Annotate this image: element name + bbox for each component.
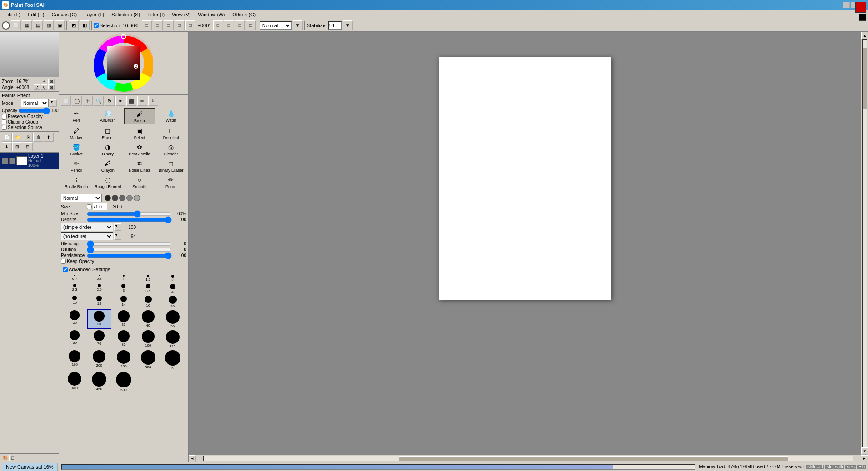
brush-size-cell-160[interactable]: 160 xyxy=(63,349,87,371)
select-rect-tool[interactable]: ⬜ xyxy=(61,96,71,106)
brush-size-cell-500[interactable]: 500 xyxy=(112,371,136,392)
color-dot-5[interactable] xyxy=(134,195,140,201)
color-dot-3[interactable] xyxy=(119,195,125,201)
mode-btn[interactable]: ▼ xyxy=(293,20,303,30)
layer-up-btn[interactable]: ⬆ xyxy=(44,133,54,142)
v-scroll-thumb[interactable] xyxy=(863,48,867,109)
brush-size-cell-4[interactable]: 4 xyxy=(160,283,185,294)
menu-canvas[interactable]: Canvas (C) xyxy=(48,11,81,18)
brush-size-cell-3[interactable]: 3 xyxy=(112,283,136,294)
paints-mode-select[interactable]: Normal Multiply xyxy=(21,99,49,107)
zoom-degree-btn-b[interactable]: □ xyxy=(224,20,234,30)
advanced-settings-checkbox[interactable] xyxy=(63,267,68,272)
brush-size-cell-14[interactable]: 14 xyxy=(112,295,136,309)
brush-size-cell-12[interactable]: 12 xyxy=(87,295,111,309)
selection-checkbox[interactable] xyxy=(94,23,99,28)
eraser-tool-cell[interactable]: ◻ Eraser xyxy=(93,125,124,141)
marker-tool-cell[interactable]: 🖊 Marker xyxy=(61,125,92,141)
zoom-btn-e[interactable]: □ xyxy=(185,20,195,30)
brush-size-cell-0.8[interactable]: 0.8 xyxy=(87,274,111,283)
zoom-fit-btn[interactable]: ⊡ xyxy=(48,79,55,84)
eyedropper-tool[interactable]: ✒ xyxy=(115,96,125,106)
brush-size-cell-0.7[interactable]: 0.7 xyxy=(63,274,87,283)
layer-mask-icon[interactable]: ◻ xyxy=(9,455,15,461)
shape-select[interactable]: (simple circle) circle xyxy=(61,223,113,231)
smooth-tool-cell[interactable]: ○ Smooth xyxy=(124,174,155,190)
selection-source-checkbox[interactable] xyxy=(2,125,7,130)
brush-size-cell-120[interactable]: 120 xyxy=(160,329,185,349)
preserve-opacity-checkbox[interactable] xyxy=(2,114,7,119)
menu-selection[interactable]: Selection (S) xyxy=(108,11,144,18)
pen-nav-tool[interactable]: ✏ xyxy=(137,96,147,106)
canvas-area[interactable] xyxy=(189,32,861,455)
zoom-degree-btn-a[interactable]: □ xyxy=(213,20,223,30)
menu-file[interactable]: File (F) xyxy=(1,11,24,18)
brush-size-cell-25[interactable]: 25 xyxy=(63,309,87,329)
color-wheel-container[interactable] xyxy=(94,34,153,93)
color-dot-2[interactable] xyxy=(112,195,118,201)
density-slider[interactable] xyxy=(87,218,172,222)
menu-layer[interactable]: Layer (L) xyxy=(80,11,108,18)
binary-eraser-tool-cell[interactable]: ◻ Binary Eraser xyxy=(156,158,187,174)
rough-blurred-tool-cell[interactable]: ◌ Rough Blurred xyxy=(93,174,124,190)
angle-cw-btn[interactable]: ↻ xyxy=(41,84,47,90)
menu-filter[interactable]: Filter (I) xyxy=(144,11,168,18)
pencil2-tool-cell[interactable]: ✏ Pencil xyxy=(156,174,187,190)
brush-tool-cell[interactable]: 🖌 Brush xyxy=(124,108,155,124)
color-dot-1[interactable] xyxy=(105,195,111,201)
deselect-tool-cell[interactable]: □ Deselect xyxy=(156,125,187,141)
toolbar-btn-4[interactable]: ▥ xyxy=(44,20,54,30)
v-scroll-down-btn[interactable]: ▼ xyxy=(861,447,868,455)
shape-select-btn[interactable]: ▼ xyxy=(114,223,121,231)
stabilizer-btn[interactable]: ▼ xyxy=(343,20,353,30)
minimize-button[interactable]: − xyxy=(843,2,850,8)
new-layer-btn[interactable]: 📄 xyxy=(2,133,12,142)
merge-layer-btn[interactable]: ⊞ xyxy=(12,142,22,151)
keep-opacity-checkbox[interactable] xyxy=(61,259,66,264)
min-size-slider[interactable] xyxy=(87,212,172,216)
pen-tool-cell[interactable]: ✒ Pen xyxy=(61,108,92,124)
blending-slider[interactable] xyxy=(87,242,172,246)
canvas-tab[interactable]: New Canvas.sai 16% xyxy=(2,463,58,471)
color-dot-4[interactable] xyxy=(126,195,133,201)
new-layer-set-btn[interactable]: 📁 xyxy=(12,133,22,142)
brush-size-cell-250[interactable]: 250 xyxy=(112,349,136,371)
toolbar-btn-3[interactable]: ▤ xyxy=(33,20,43,30)
brush-size-cell-16[interactable]: 16 xyxy=(136,295,160,309)
layer-down-btn[interactable]: ⬇ xyxy=(2,142,12,151)
brush-size-cell-60[interactable]: 60 xyxy=(63,329,87,349)
menu-view[interactable]: View (V) xyxy=(168,11,194,18)
brush-size-cell-350[interactable]: 350 xyxy=(160,349,185,371)
airbrush-tool-cell[interactable]: 💨 AirBrush xyxy=(93,108,124,124)
brush-blend-mode-select[interactable]: Normal Multiply Screen xyxy=(61,194,102,202)
binary-tool-cell[interactable]: ◑ Binary xyxy=(93,142,124,157)
h-scroll-right-btn[interactable]: ► xyxy=(861,455,868,462)
mode-select[interactable]: Normal Multiply Screen xyxy=(260,21,292,30)
h-scroll-thumb[interactable] xyxy=(399,456,788,461)
texture-select[interactable]: (no texture) grain xyxy=(61,232,113,240)
brush-size-cell-50[interactable]: 50 xyxy=(160,309,185,329)
toolbar-btn-1[interactable]: ⬜ xyxy=(11,20,21,30)
brush-size-cell-80[interactable]: 80 xyxy=(112,329,136,349)
flatten-btn[interactable]: ⊟ xyxy=(23,142,33,151)
angle-ccw-btn[interactable]: ↺ xyxy=(34,84,40,90)
bucket-tool-cell[interactable]: 🪣 Bucket xyxy=(61,142,92,157)
brush-size-cell-200[interactable]: 200 xyxy=(87,349,111,371)
blender-tool-cell[interactable]: ◎ Blender xyxy=(156,142,187,157)
zoom-in-tool[interactable]: 🔍 xyxy=(94,96,104,106)
brush-size-cell-450[interactable]: 450 xyxy=(87,371,111,392)
brush-size-cell-1.5[interactable]: 1.5 xyxy=(136,274,160,283)
brush-size-cell-400[interactable]: 400 xyxy=(63,371,87,392)
menu-window[interactable]: Window (W) xyxy=(194,11,229,18)
zoom-plus-btn[interactable]: + xyxy=(41,79,47,84)
zoom-btn-d[interactable]: □ xyxy=(175,20,185,30)
layer-item[interactable]: Layer 1 Normal 100% xyxy=(0,153,59,169)
zoom-degree-btn-c[interactable]: □ xyxy=(235,20,245,30)
brush-size-cell-2.3[interactable]: 2.3 xyxy=(63,283,87,294)
canvas-document[interactable] xyxy=(439,57,611,300)
v-scroll-up-btn[interactable]: ▲ xyxy=(861,32,868,39)
brush-size-cell-20[interactable]: 20 xyxy=(160,295,185,309)
delete-layer-btn[interactable]: 🗑 xyxy=(33,133,43,142)
persistence-slider[interactable] xyxy=(87,253,172,258)
clipping-group-checkbox[interactable] xyxy=(2,119,7,124)
